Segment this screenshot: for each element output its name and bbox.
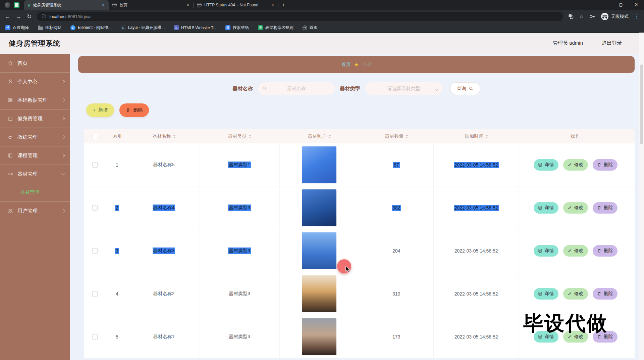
window-minimize-button[interactable]: — xyxy=(598,0,613,9)
sidebar-item-coach[interactable]: 教练管理 xyxy=(0,128,70,146)
sidebar-item-gym[interactable]: 健身房管理 xyxy=(0,109,70,128)
browser-menu-icon[interactable]: ⋮ xyxy=(634,13,639,19)
edit-button[interactable]: 修改 xyxy=(563,202,588,214)
search-button[interactable]: 查询 xyxy=(450,82,480,95)
sidebar-item-profile[interactable]: 个人中心 xyxy=(0,73,70,91)
add-button[interactable]: + 新增 xyxy=(86,103,114,117)
trash-icon xyxy=(597,163,601,167)
forward-icon[interactable]: → xyxy=(16,14,21,19)
equipment-photo[interactable] xyxy=(302,318,336,355)
row-checkbox[interactable] xyxy=(92,248,98,254)
detail-label: 详情 xyxy=(545,205,554,211)
window-maximize-button[interactable]: ▢ xyxy=(613,0,629,9)
sidebar-item-users[interactable]: 用户管理 xyxy=(0,202,70,220)
delete-button[interactable]: 删除 xyxy=(593,202,618,214)
equipment-type-select[interactable]: 请选择器材类型 xyxy=(365,82,442,95)
bookmark-item[interactable]: 首页 xyxy=(303,25,318,31)
sidebar-subitem-equipment-manage[interactable]: 器材管理 xyxy=(0,183,70,202)
logout-link[interactable]: 退出登录 xyxy=(602,40,622,46)
batch-delete-button[interactable]: 删除 xyxy=(119,103,149,117)
sort-icon[interactable] xyxy=(173,135,176,138)
equipment-photo[interactable] xyxy=(302,189,336,226)
tab-strip: V 健身房管理系统 × 首页 × HTTP Status 404 – Not F… xyxy=(0,0,644,10)
column-header-qty[interactable]: 器材数量 xyxy=(359,129,434,143)
bookmark-item[interactable]: 壁搜索壁纸 xyxy=(225,25,249,31)
close-tab-icon[interactable]: × xyxy=(271,2,275,8)
tab-gym-system[interactable]: V 健身房管理系统 × xyxy=(24,0,109,10)
bookmark-item[interactable]: 表表结构命名规则 xyxy=(258,25,293,31)
sidebar-item-basedata[interactable]: 基础数据管理 xyxy=(0,91,70,109)
bookmark-item[interactable]: 图标网站 xyxy=(38,25,61,31)
detail-label: 详情 xyxy=(545,291,554,297)
bookmark-item[interactable]: 译百度翻译 xyxy=(5,25,29,31)
pencil-icon xyxy=(568,163,572,167)
bookmark-item[interactable]: 5HTML5 Website T... xyxy=(174,25,216,30)
bookmark-item[interactable]: LLayui - 经典开源模... xyxy=(121,25,165,31)
sort-icon[interactable] xyxy=(328,135,331,138)
detail-button[interactable]: 详情 xyxy=(534,202,558,214)
breadcrumb-home-link[interactable]: 首页 xyxy=(341,61,351,68)
row-checkbox[interactable] xyxy=(92,162,98,168)
column-header-index[interactable]: 索引 xyxy=(106,129,128,143)
column-header-name[interactable]: 器材名称 xyxy=(128,129,200,143)
delete-button[interactable]: 删除 xyxy=(593,245,618,257)
row-checkbox[interactable] xyxy=(92,205,98,211)
sidebar-item-course[interactable]: 课程管理 xyxy=(0,146,70,165)
cell-type: 器材类型1 xyxy=(228,162,251,168)
home-icon xyxy=(8,60,13,66)
trash-icon xyxy=(597,291,601,296)
edit-button[interactable]: 修改 xyxy=(563,245,588,257)
close-tab-icon[interactable]: × xyxy=(186,2,190,8)
reload-icon[interactable]: ↻ xyxy=(27,14,32,19)
detail-button[interactable]: 详情 xyxy=(534,159,558,171)
detail-button[interactable]: 详情 xyxy=(534,245,558,257)
app-header: 健身房管理系统 管理员 admin 退出登录 xyxy=(0,33,644,54)
detail-button[interactable]: 详情 xyxy=(534,288,558,300)
column-header-time[interactable]: 添加时间 xyxy=(434,129,519,143)
sidebar-item-label: 器材管理 xyxy=(17,171,38,177)
row-checkbox[interactable] xyxy=(92,334,98,340)
scrollbar-thumb[interactable] xyxy=(640,64,643,144)
password-key-icon[interactable] xyxy=(589,14,595,19)
equipment-name-input[interactable]: 器材名称 xyxy=(258,82,335,95)
sidebar-item-equipment[interactable]: 器材管理 xyxy=(0,165,70,183)
cell-time: 2022-03-05 14:58:52 xyxy=(454,205,499,211)
url-input[interactable]: ⓘ localhost:8081/#/qicai xyxy=(37,12,562,21)
delete-button[interactable]: 删除 xyxy=(593,159,618,171)
select-all-checkbox[interactable] xyxy=(93,134,98,139)
translate-icon[interactable] xyxy=(568,14,574,19)
tab-404[interactable]: HTTP Status 404 – Not Found × xyxy=(194,0,278,10)
sort-icon[interactable] xyxy=(249,135,252,138)
sort-icon[interactable] xyxy=(406,135,408,138)
equipment-photo[interactable] xyxy=(302,232,336,269)
sidebar-item-home[interactable]: 首页 xyxy=(0,54,70,73)
site-info-icon[interactable]: ⓘ xyxy=(42,13,46,19)
equipment-photo[interactable] xyxy=(302,146,336,183)
vue-favicon: V xyxy=(28,3,31,8)
cell-time: 2022-03-05 14:58:52 xyxy=(454,162,499,168)
bookmark-star-icon[interactable]: ☆ xyxy=(579,13,584,19)
browser-logo-icon[interactable] xyxy=(5,2,10,8)
column-header-photo[interactable]: 器材照片 xyxy=(280,129,360,143)
pinned-tab-sheet-icon[interactable] xyxy=(14,2,19,8)
edit-button[interactable]: 修改 xyxy=(563,288,588,300)
close-tab-icon[interactable]: × xyxy=(101,2,105,8)
sort-icon[interactable] xyxy=(485,135,488,138)
tab-home[interactable]: 首页 × xyxy=(109,0,193,10)
cell-name: 器材名称4 xyxy=(153,205,175,211)
incognito-badge[interactable]: 无痕模式 xyxy=(601,13,629,20)
window-close-button[interactable]: × xyxy=(629,0,644,9)
edit-button[interactable]: 修改 xyxy=(563,159,588,171)
row-checkbox[interactable] xyxy=(92,291,98,297)
bookmark-item[interactable]: EElement - 网站快... xyxy=(70,25,112,31)
bookmark-label: Layui - 经典开源模... xyxy=(128,25,165,31)
input-placeholder: 器材名称 xyxy=(287,86,306,92)
page-scrollbar[interactable] xyxy=(639,33,644,360)
column-header-type[interactable]: 器材类型 xyxy=(200,129,280,143)
equipment-photo[interactable] xyxy=(302,275,336,312)
delete-button[interactable]: 删除 xyxy=(593,288,618,300)
back-icon[interactable]: ← xyxy=(5,14,10,19)
star-icon: ★ xyxy=(354,61,359,68)
sidebar-item-label: 首页 xyxy=(17,60,28,66)
new-tab-button[interactable]: + xyxy=(282,2,285,8)
